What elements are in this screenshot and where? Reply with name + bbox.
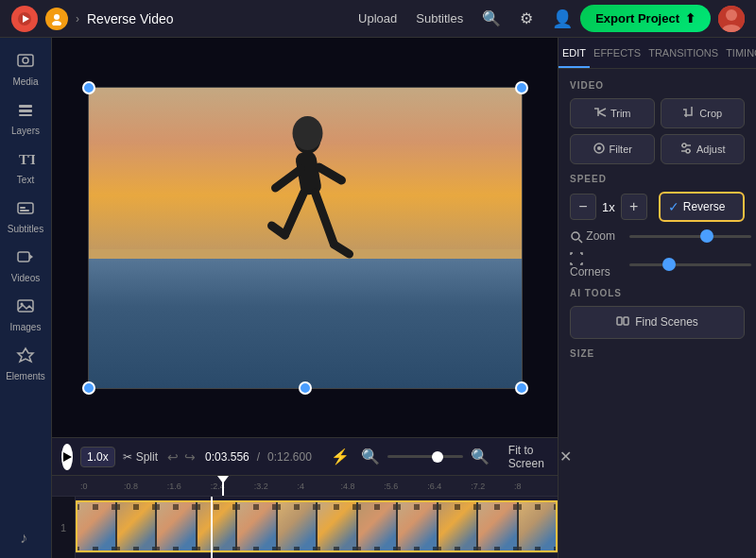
fit-screen-button[interactable]: Fit to Screen (501, 440, 552, 474)
svg-marker-30 (63, 452, 72, 462)
film-frame-10 (438, 501, 478, 553)
zoom-panel-slider[interactable] (629, 235, 751, 238)
film-frame-9 (397, 501, 438, 553)
film-frame-2 (116, 501, 157, 553)
timeline-controls: 1.0x ✂ Split ↩ ↪ 0:03.556 / 0:12.600 ⚡ 🔍 (52, 438, 558, 476)
corners-slider-row: Corners (570, 251, 745, 279)
corners-slider[interactable] (629, 263, 751, 266)
tab-effects[interactable]: EFFECTS (590, 38, 644, 68)
total-time: 0:12.600 (267, 450, 312, 464)
svg-rect-42 (624, 317, 628, 325)
settings-icon[interactable]: ⚙ (520, 9, 533, 27)
timeline-area: 1.0x ✂ Split ↩ ↪ 0:03.556 / 0:12.600 ⚡ 🔍 (52, 437, 558, 558)
svg-marker-20 (18, 348, 33, 362)
sidebar-item-layers-label: Layers (11, 126, 40, 136)
handle-bottom-center[interactable] (299, 381, 312, 395)
music-note-icon: ♪ (20, 530, 27, 546)
ruler-mark-10: :8 (514, 482, 558, 491)
crop-button[interactable]: Crop (661, 98, 746, 128)
speed-section: SPEED − 1x + ✓ Reverse (570, 174, 745, 222)
export-label: Export Project (595, 11, 679, 25)
svg-point-38 (686, 149, 690, 153)
sidebar-item-text[interactable]: TT Text (1, 144, 50, 191)
playhead-arrow (217, 476, 229, 483)
ruler-mark-1: :0.8 (124, 482, 167, 491)
svg-marker-17 (29, 254, 33, 260)
ruler-mark-8: :6.4 (427, 482, 471, 491)
speed-selector[interactable]: 1.0x (80, 447, 115, 467)
filter-button[interactable]: Filter (570, 134, 655, 164)
zoom-out-icon[interactable]: 🔍 (357, 444, 384, 469)
ai-section-label: AI TOOLS (570, 288, 745, 298)
track-number: 1 (52, 497, 76, 558)
adjust-icon (679, 142, 693, 157)
layers-icon (16, 100, 35, 124)
zoom-in-icon[interactable]: 🔍 (467, 444, 493, 469)
search-icon[interactable]: 🔍 (482, 9, 501, 27)
undo-button[interactable]: ↩ (165, 448, 180, 466)
subtitles-icon (16, 198, 35, 222)
handle-bottom-right[interactable] (515, 381, 528, 395)
upload-button[interactable]: Upload (358, 11, 397, 25)
split-audio-icon[interactable]: ⚡ (327, 444, 353, 469)
share-icon[interactable]: 👤 (552, 8, 573, 29)
track-content[interactable] (76, 497, 558, 558)
speed-increase-button[interactable]: + (621, 194, 647, 220)
zoom-slider[interactable] (387, 455, 463, 458)
sidebar-item-text-label: Text (17, 175, 34, 185)
trim-button[interactable]: Trim (570, 98, 655, 128)
handle-bottom-left[interactable] (82, 381, 95, 395)
tab-timing[interactable]: TIMING (722, 38, 756, 68)
timeline-tracks[interactable]: 1 (52, 497, 558, 558)
tab-edit[interactable]: EDIT (558, 38, 590, 68)
video-preview (88, 87, 523, 389)
user-avatar[interactable] (718, 6, 745, 32)
zoom-slider-row: Zoom (570, 229, 745, 244)
app-logo (11, 6, 38, 32)
runner-figure (258, 112, 362, 267)
sidebar-item-subtitles[interactable]: Subtitles (1, 193, 50, 240)
handle-top-right[interactable] (515, 81, 528, 94)
svg-rect-10 (19, 110, 32, 112)
redo-button[interactable]: ↪ (182, 448, 198, 466)
video-canvas[interactable] (52, 38, 558, 437)
film-frame-5 (236, 501, 277, 553)
reverse-button[interactable]: ✓ Reverse (659, 192, 745, 222)
svg-point-39 (572, 232, 579, 240)
timeline-close-button[interactable]: ✕ (559, 448, 572, 465)
play-button[interactable] (61, 444, 73, 470)
subtitles-button[interactable]: Subtitles (416, 11, 463, 25)
svg-text:TT: TT (19, 152, 35, 167)
undo-redo-controls: ↩ ↪ (165, 448, 198, 466)
adjust-button[interactable]: Adjust (661, 134, 746, 164)
sidebar-item-videos[interactable]: Videos (1, 242, 50, 289)
export-button[interactable]: Export Project ⬆ (580, 5, 711, 32)
size-section-label: SIZE (570, 348, 745, 359)
tab-transitions[interactable]: TRANSITIONS (644, 38, 722, 68)
svg-line-31 (598, 109, 606, 112)
film-frame-3 (156, 501, 197, 553)
sidebar-item-media[interactable]: Media (1, 45, 50, 93)
topbar-nav: Upload Subtitles 🔍 ⚙ 👤 (358, 8, 573, 29)
svg-line-32 (598, 112, 606, 116)
export-icon: ⬆ (685, 11, 696, 25)
ruler-mark-9: :7.2 (471, 482, 514, 491)
sidebar-item-elements[interactable]: Elements (1, 340, 50, 387)
handle-top-left[interactable] (82, 81, 95, 94)
ai-section: AI TOOLS Find Scenes (570, 288, 745, 339)
speed-decrease-button[interactable]: − (570, 194, 596, 220)
svg-rect-15 (20, 210, 29, 211)
svg-rect-41 (617, 317, 622, 325)
videos-icon (16, 247, 35, 271)
sidebar-item-images[interactable]: Images (1, 291, 50, 338)
find-scenes-label: Find Scenes (635, 315, 698, 329)
filmstrip (76, 501, 558, 553)
svg-line-27 (271, 226, 284, 235)
find-scenes-button[interactable]: Find Scenes (570, 306, 745, 339)
zoom-label: Zoom (570, 229, 622, 244)
scenes-icon (616, 314, 629, 330)
split-button[interactable]: ✂ Split (123, 450, 158, 464)
sidebar-item-layers[interactable]: Layers (1, 94, 50, 142)
ruler-mark-0: :0 (80, 482, 124, 491)
film-frame-7 (317, 501, 357, 553)
